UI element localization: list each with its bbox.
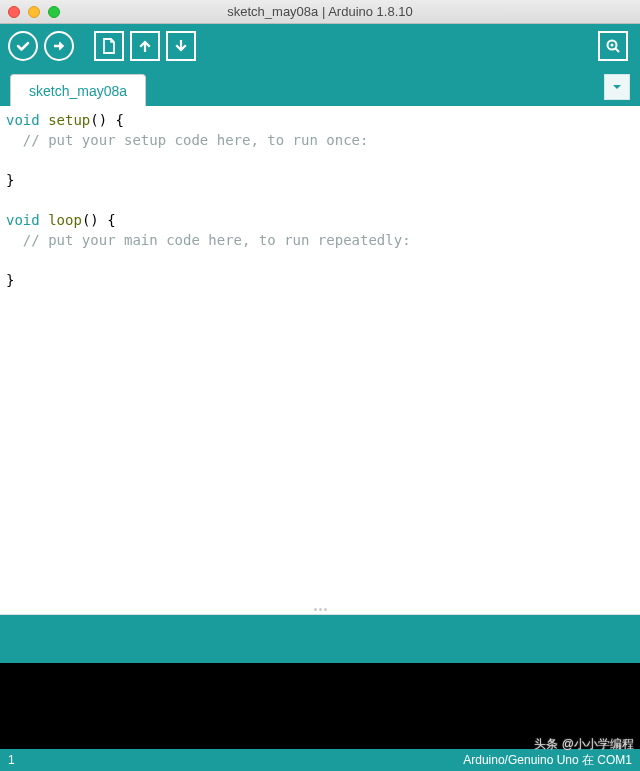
code-line: // put your main code here, to run repea… xyxy=(6,230,634,250)
verify-button[interactable] xyxy=(8,31,38,61)
code-editor[interactable]: void setup() { // put your setup code he… xyxy=(0,106,640,615)
minimize-button[interactable] xyxy=(28,6,40,18)
code-line xyxy=(6,150,634,170)
new-button[interactable] xyxy=(94,31,124,61)
board-port-info: Arduino/Genuino Uno 在 COM1 xyxy=(463,752,632,769)
code-line: void setup() { xyxy=(6,110,634,130)
window-title: sketch_may08a | Arduino 1.8.10 xyxy=(0,4,640,19)
window-controls xyxy=(8,6,60,18)
status-bar xyxy=(0,615,640,663)
line-number: 1 xyxy=(8,753,15,767)
pane-resize-handle[interactable] xyxy=(308,608,332,612)
tab-sketch[interactable]: sketch_may08a xyxy=(10,74,146,106)
code-line xyxy=(6,190,634,210)
close-button[interactable] xyxy=(8,6,20,18)
watermark: 头条 @小小学编程 xyxy=(534,736,634,753)
toolbar xyxy=(0,24,640,68)
code-line: void loop() { xyxy=(6,210,634,230)
code-line xyxy=(6,250,634,270)
svg-point-1 xyxy=(611,44,614,47)
code-line: } xyxy=(6,170,634,190)
code-line: } xyxy=(6,270,634,290)
titlebar: sketch_may08a | Arduino 1.8.10 xyxy=(0,0,640,24)
tab-bar: sketch_may08a xyxy=(0,68,640,106)
open-button[interactable] xyxy=(130,31,160,61)
tab-dropdown-button[interactable] xyxy=(604,74,630,100)
upload-button[interactable] xyxy=(44,31,74,61)
save-button[interactable] xyxy=(166,31,196,61)
maximize-button[interactable] xyxy=(48,6,60,18)
code-line: // put your setup code here, to run once… xyxy=(6,130,634,150)
serial-monitor-button[interactable] xyxy=(598,31,628,61)
